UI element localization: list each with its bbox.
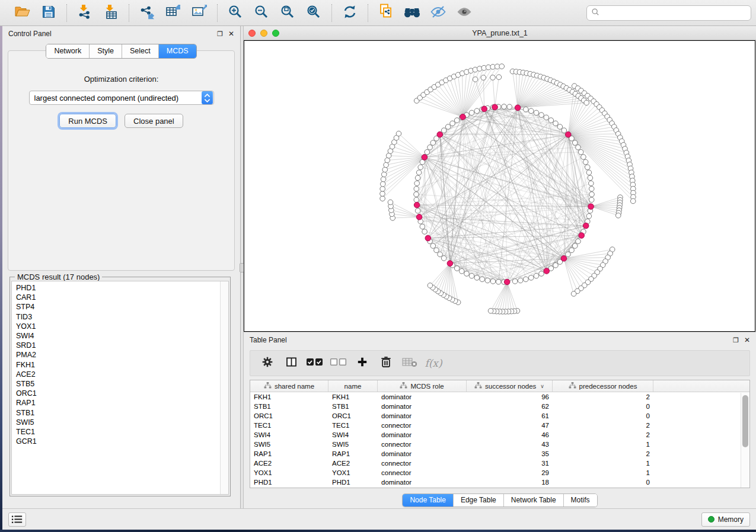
cell[interactable]: RAP1 [250,450,328,457]
cell[interactable]: dominator [378,393,467,400]
export-network-button[interactable] [135,3,159,23]
table-row[interactable]: TEC1TEC1connector472 [250,421,749,430]
mcds-result-item[interactable]: GCR1 [16,437,228,446]
close-table-panel-icon[interactable]: ✕ [744,336,750,344]
cell[interactable]: dominator [378,403,467,410]
select-all-button[interactable] [306,354,324,373]
mcds-result-item[interactable]: ORC1 [16,389,228,398]
mcds-result-item[interactable]: TID3 [16,312,228,322]
table-row[interactable]: STB1STB1dominator620 [250,402,749,411]
zoom-in-button[interactable] [224,3,247,23]
cell[interactable]: dominator [378,479,467,486]
clone-network-button[interactable] [374,3,398,23]
mcds-result-item[interactable]: RAP1 [16,398,228,408]
cell[interactable]: 43 [467,441,553,448]
column-header-MCDS-role[interactable]: MCDS role [378,380,467,392]
cell[interactable]: SWI5 [328,441,378,448]
search-input[interactable] [602,9,747,17]
tab-mcds[interactable]: MCDS [159,44,196,58]
mcds-result-item[interactable]: STB1 [16,408,228,418]
delete-table-button[interactable] [401,354,419,373]
cell[interactable]: connector [378,469,467,476]
cell[interactable]: 1 [553,469,653,476]
cell[interactable]: 1 [553,460,653,467]
binoculars-button[interactable] [400,3,424,23]
cell[interactable]: connector [378,460,467,467]
cell[interactable]: ACE2 [250,460,328,467]
table-scrollbar[interactable] [741,393,749,488]
hide-selected-button[interactable] [426,3,450,23]
show-all-button[interactable] [452,3,476,23]
cell[interactable]: PHD1 [250,479,328,486]
cell[interactable]: dominator [378,431,467,438]
cell[interactable]: 62 [467,403,553,410]
tab-network[interactable]: Network [46,44,90,58]
add-column-button[interactable] [353,354,371,373]
tab-network-table[interactable]: Network Table [504,494,564,507]
tab-select[interactable]: Select [122,44,159,58]
mcds-list-scrollbar[interactable] [220,281,228,494]
mcds-result-item[interactable]: STB5 [16,379,228,389]
cell[interactable]: 2 [553,393,653,400]
delete-column-button[interactable] [377,354,395,373]
tab-node-table[interactable]: Node Table [403,494,454,507]
cell[interactable]: SWI4 [250,431,328,438]
table-row[interactable]: FKH1FKH1dominator962 [250,392,749,402]
tab-motifs[interactable]: Motifs [564,494,597,507]
export-table-button[interactable] [161,3,185,23]
table-row[interactable]: ORC1ORC1dominator610 [250,411,749,421]
cell[interactable]: STB1 [328,403,378,410]
network-window-titlebar[interactable]: YPA_prune.txt_1 [244,26,756,40]
cell[interactable]: 47 [467,422,553,429]
mcds-result-item[interactable]: PHD1 [16,283,228,293]
mcds-result-item[interactable]: TEC1 [16,427,228,437]
cell[interactable]: connector [378,441,467,448]
zoom-selected-button[interactable] [302,3,326,23]
mcds-result-item[interactable]: CAR1 [16,293,228,302]
cell[interactable]: 0 [553,403,653,410]
cell[interactable]: YOX1 [328,469,378,476]
panel-menu-button[interactable] [8,512,26,527]
search-box[interactable] [586,5,751,21]
cell[interactable]: TEC1 [250,422,328,429]
mcds-result-list[interactable]: PHD1CAR1STP4TID3YOX1SWI4SRD1PMA2FKH1ACE2… [11,281,229,495]
close-panel-icon[interactable]: ✕ [228,30,234,37]
mcds-result-item[interactable]: STP4 [16,302,228,312]
cell[interactable]: 35 [467,450,553,457]
cell[interactable]: FKH1 [328,393,378,400]
table-row[interactable]: PHD1PHD1dominator180 [250,477,749,487]
table-row[interactable]: RAP1RAP1dominator352 [250,449,749,459]
cell[interactable]: 2 [553,431,653,438]
cell[interactable]: 2 [553,422,653,429]
cell[interactable]: dominator [378,450,467,457]
float-panel-icon[interactable]: ❐ [217,31,223,37]
optimization-criterion-select[interactable]: largest connected component (undirected) [29,91,214,105]
zoom-fit-button[interactable] [276,3,299,23]
cell[interactable]: PHD1 [328,479,378,486]
cell[interactable]: ACE2 [328,460,378,467]
cell[interactable]: dominator [378,412,467,419]
mcds-result-item[interactable]: SWI4 [16,331,228,341]
mcds-result-item[interactable]: YOX1 [16,322,228,331]
table-row[interactable]: ACE2ACE2connector311 [250,459,749,468]
close-panel-button[interactable]: Close panel [125,114,183,128]
refresh-button[interactable] [338,3,362,23]
cell[interactable]: 2 [553,450,653,457]
mcds-result-item[interactable]: SWI5 [16,418,228,427]
cell[interactable]: 0 [553,412,653,419]
mcds-result-item[interactable]: FKH1 [16,360,228,370]
table-scrollbar-thumb[interactable] [742,395,748,447]
cell[interactable]: SWI5 [250,441,328,448]
cell[interactable]: 29 [467,469,553,476]
table-row[interactable]: SWI5SWI5connector431 [250,440,749,449]
cell[interactable]: 1 [553,441,653,448]
cell[interactable]: 18 [467,479,553,486]
mcds-result-item[interactable]: ACE2 [16,370,228,379]
cell[interactable]: ORC1 [250,412,328,419]
mcds-result-item[interactable]: SRD1 [16,341,228,350]
cell[interactable]: SWI4 [328,431,378,438]
cell[interactable]: STB1 [250,403,328,410]
import-network-button[interactable] [73,3,97,23]
float-table-panel-icon[interactable]: ❐ [733,337,739,344]
table-row[interactable]: SWI4SWI4dominator462 [250,430,749,440]
